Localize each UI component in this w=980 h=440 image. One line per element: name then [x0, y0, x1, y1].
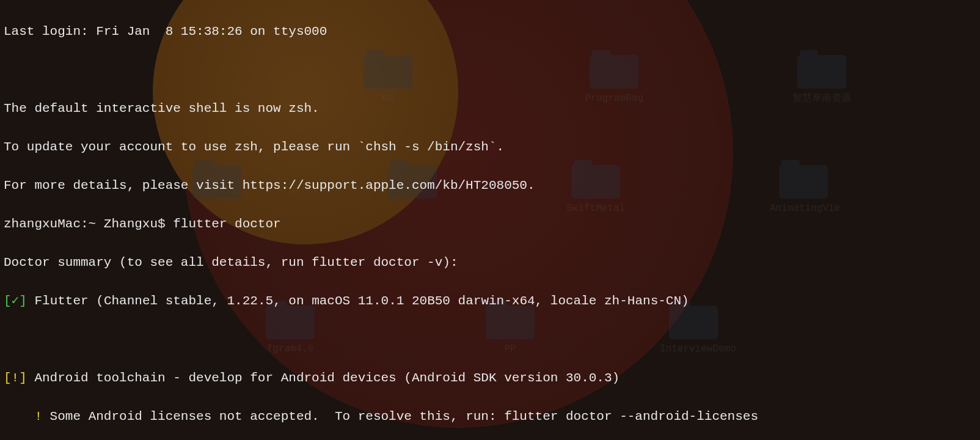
zsh-notice-line: For more details, please visit https://s… [4, 176, 976, 196]
terminal-output[interactable]: Last login: Fri Jan 8 15:38:26 on ttys00… [0, 0, 980, 440]
blank-line [4, 330, 976, 350]
zsh-notice-line: The default interactive shell is now zsh… [4, 99, 976, 119]
zsh-notice-line: To update your account to use zsh, pleas… [4, 138, 976, 157]
android-check-line: [!] Android toolchain - develop for Andr… [4, 369, 976, 388]
warn-icon: ! [4, 409, 42, 424]
blank-line [4, 61, 976, 80]
last-login-line: Last login: Fri Jan 8 15:38:26 on ttys00… [4, 22, 976, 42]
status-text: Flutter (Channel stable, 1.22.5, on macO… [27, 294, 689, 308]
prompt-line: zhangxuMac:~ Zhangxu$ flutter doctor [4, 215, 976, 234]
status-text: Some Android licenses not accepted. To r… [42, 409, 758, 424]
status-text: Android toolchain - develop for Android … [27, 371, 620, 385]
android-sub-line: ! Some Android licenses not accepted. To… [4, 407, 976, 427]
flutter-check-line: [✓] Flutter (Channel stable, 1.22.5, on … [4, 292, 976, 311]
warn-icon: [!] [4, 371, 27, 385]
doctor-summary-line: Doctor summary (to see all details, run … [4, 253, 976, 273]
check-icon: [✓] [4, 294, 27, 308]
